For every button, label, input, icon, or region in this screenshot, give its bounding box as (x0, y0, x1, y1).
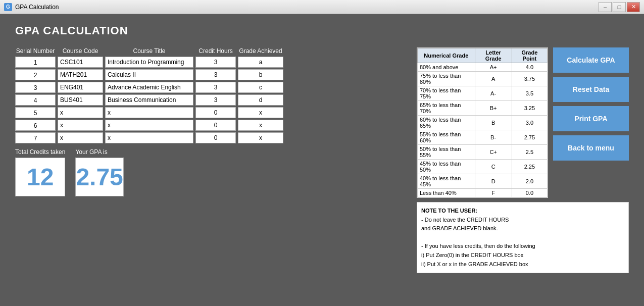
grade-point: 3.25 (512, 101, 547, 116)
cell-credits-2[interactable] (195, 82, 236, 93)
cell-credits-5[interactable] (195, 120, 236, 131)
table-row: 2 (15, 69, 407, 80)
table-section: Serial Number Course Code Course Title C… (15, 47, 629, 273)
grade-point: 2.25 (512, 160, 547, 174)
cell-title-2[interactable] (105, 82, 193, 93)
table-row: 4 (15, 94, 407, 106)
grade-row: 45% to less than 50% C 2.25 (418, 160, 548, 174)
back-to-menu-button[interactable]: Back to menu (553, 135, 629, 161)
grade-range: 45% to less than 50% (418, 160, 475, 174)
window-title: GPA Calculation (15, 4, 599, 11)
close-button[interactable]: ✕ (627, 2, 640, 12)
cell-credits-1[interactable] (195, 69, 236, 80)
titlebar: G GPA Calculation – □ ✕ (0, 0, 644, 14)
calculate-gpa-button[interactable]: Calculate GPA (553, 47, 629, 73)
app-icon: G (4, 3, 12, 11)
cell-code-5[interactable] (58, 120, 103, 131)
main-content: GPA CALCULATION Serial Number Course Cod… (0, 14, 644, 306)
grade-row: 60% to less than 65% B 3.0 (418, 116, 548, 130)
grade-letter: A+ (475, 63, 512, 72)
note-title: NOTE TO THE USER: (421, 208, 477, 214)
cell-credits-4[interactable] (195, 107, 236, 118)
cell-code-0[interactable] (58, 57, 103, 68)
cell-code-2[interactable] (58, 82, 103, 93)
table-row: 7 (15, 132, 407, 143)
grade-letter: D (475, 174, 512, 189)
cell-code-4[interactable] (58, 107, 103, 118)
cell-title-5[interactable] (105, 120, 193, 131)
grade-row: 70% to less than 75% A- 3.5 (418, 86, 548, 101)
grade-row: Less than 40% F 0.0 (418, 189, 548, 197)
note-line: and GRADE ACHIEVED blank. (421, 225, 498, 231)
note-line: - Do not leave the CREDIT HOURS (421, 217, 509, 223)
grade-range: 40% to less than 45% (418, 174, 475, 189)
header-credits: Credit Hours (195, 47, 236, 55)
maximize-button[interactable]: □ (613, 2, 626, 12)
cell-grade-4[interactable] (238, 107, 283, 118)
header-grade: Grade Achieved (238, 47, 283, 55)
cell-serial-1: 2 (15, 69, 56, 80)
grade-point: 3.75 (512, 72, 547, 86)
grade-point: 0.0 (512, 189, 547, 197)
grade-letter: F (475, 189, 512, 197)
credits-value: 12 (16, 158, 65, 196)
cell-code-6[interactable] (58, 132, 103, 143)
grade-point: 4.0 (512, 63, 547, 72)
grade-table: Numerical Grade Letter Grade Grade Point… (417, 47, 548, 198)
cell-credits-3[interactable] (195, 94, 236, 106)
grade-col-point: Grade Point (512, 48, 547, 63)
header-serial: Serial Number (15, 47, 56, 55)
grade-col-letter: Letter Grade (475, 48, 512, 63)
grade-letter: B+ (475, 101, 512, 116)
right-top: Numerical Grade Letter Grade Grade Point… (417, 47, 629, 198)
minimize-button[interactable]: – (599, 2, 612, 12)
grade-row: 40% to less than 45% D 2.0 (418, 174, 548, 189)
grade-point: 3.0 (512, 116, 547, 130)
cell-grade-2[interactable] (238, 82, 283, 93)
grade-row: 55% to less than 60% B- 2.75 (418, 130, 548, 145)
cell-grade-6[interactable] (238, 132, 283, 143)
grade-letter: C (475, 160, 512, 174)
note-box: NOTE TO THE USER:- Do not leave the CRED… (417, 202, 629, 273)
cell-title-4[interactable] (105, 107, 193, 118)
cell-code-1[interactable] (58, 69, 103, 80)
table-row: 6 (15, 120, 407, 131)
column-headers: Serial Number Course Code Course Title C… (15, 47, 407, 55)
grade-range: 75% to less than 80% (418, 72, 475, 86)
credits-total-box: Total Credits taken 12 (15, 148, 65, 196)
header-title: Course Title (105, 47, 193, 55)
grade-letter: A (475, 72, 512, 86)
cell-grade-1[interactable] (238, 69, 283, 80)
reset-data-button[interactable]: Reset Data (553, 77, 629, 102)
cell-title-1[interactable] (105, 69, 193, 80)
cell-serial-4: 5 (15, 107, 56, 118)
grade-row: 75% to less than 80% A 3.75 (418, 72, 548, 86)
cell-title-0[interactable] (105, 57, 193, 68)
cell-grade-5[interactable] (238, 120, 283, 131)
grade-point: 3.5 (512, 86, 547, 101)
cell-grade-3[interactable] (238, 94, 283, 106)
cell-code-3[interactable] (58, 94, 103, 106)
cell-grade-0[interactable] (238, 57, 283, 68)
note-line: ii) Put X or x in the GRADE ACHIEVED box (421, 261, 528, 267)
cell-title-6[interactable] (105, 132, 193, 143)
totals-section: Total Credits taken 12 Your GPA is 2.75 (15, 148, 407, 196)
cell-serial-6: 7 (15, 132, 56, 143)
grade-point: 2.0 (512, 174, 547, 189)
data-rows: 1 2 3 4 5 (15, 57, 407, 143)
gpa-display: 2.75 (75, 158, 123, 196)
credits-label: Total Credits taken (15, 148, 65, 156)
grade-letter: A- (475, 86, 512, 101)
grade-letter: B- (475, 130, 512, 145)
grade-point: 2.5 (512, 145, 547, 160)
print-gpa-button[interactable]: Print GPA (553, 106, 629, 131)
grade-range: 55% to less than 60% (418, 130, 475, 145)
gpa-label: Your GPA is (75, 148, 123, 156)
cell-credits-6[interactable] (195, 132, 236, 143)
grade-range: Less than 40% (418, 189, 475, 197)
gpa-total-box: Your GPA is 2.75 (75, 148, 123, 196)
grade-range: 80% and above (418, 63, 475, 72)
cell-credits-0[interactable] (195, 57, 236, 68)
cell-title-3[interactable] (105, 94, 193, 106)
note-line: - If you have less credits, then do the … (421, 243, 535, 249)
